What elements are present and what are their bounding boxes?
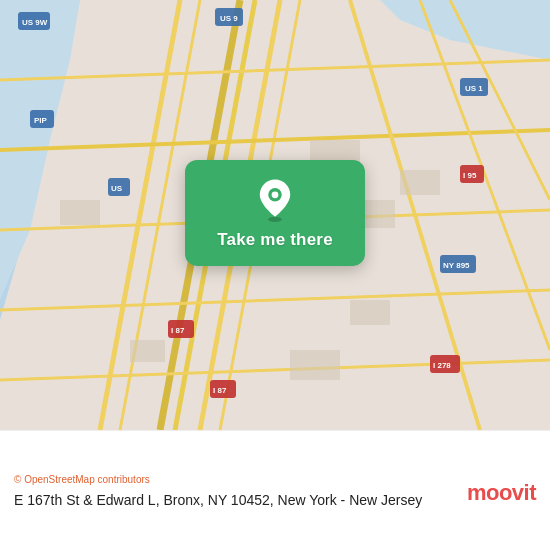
svg-text:PIP: PIP [34, 116, 48, 125]
svg-text:I 278: I 278 [433, 361, 451, 370]
svg-rect-42 [130, 340, 165, 362]
svg-text:NY 895: NY 895 [443, 261, 470, 270]
address-text: E 167th St & Edward L, Bronx, NY 10452, … [14, 491, 457, 511]
svg-rect-44 [350, 300, 390, 325]
svg-text:US: US [111, 184, 123, 193]
svg-rect-38 [60, 200, 100, 225]
svg-point-47 [272, 191, 279, 198]
moovit-logo: moovit [467, 482, 536, 504]
svg-text:US 9: US 9 [220, 14, 238, 23]
svg-text:I 87: I 87 [213, 386, 227, 395]
svg-text:I 95: I 95 [463, 171, 477, 180]
info-bar: © OpenStreetMap contributors E 167th St … [0, 430, 550, 550]
location-pin-icon [253, 178, 297, 222]
attribution-text: © OpenStreetMap contributors [14, 474, 457, 485]
map-area: US 9W US 9 US 1 I 95 I 87 I 87 NY 895 I … [0, 0, 550, 430]
moovit-wordmark: moovit [467, 482, 536, 504]
app-container: US 9W US 9 US 1 I 95 I 87 I 87 NY 895 I … [0, 0, 550, 550]
svg-text:US 9W: US 9W [22, 18, 48, 27]
svg-text:US 1: US 1 [465, 84, 483, 93]
info-left: © OpenStreetMap contributors E 167th St … [14, 474, 457, 511]
svg-text:I 87: I 87 [171, 326, 185, 335]
svg-rect-41 [400, 170, 440, 195]
svg-point-45 [268, 217, 282, 222]
take-me-there-button[interactable]: Take me there [217, 230, 333, 250]
svg-rect-43 [290, 350, 340, 380]
location-card: Take me there [185, 160, 365, 266]
